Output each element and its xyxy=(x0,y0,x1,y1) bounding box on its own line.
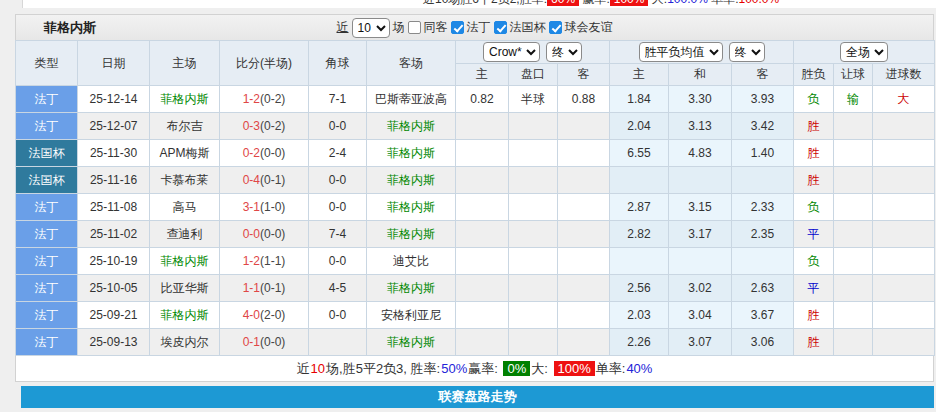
league-trend-bar: 联赛盘路走势 xyxy=(21,386,934,408)
match-date: 25-11-16 xyxy=(78,167,150,194)
full-time-score: 0-4 xyxy=(243,173,260,187)
table-row: 法丁25-12-07布尔吉0-3(0-2)0-0菲格内斯2.043.133.42… xyxy=(16,113,935,140)
league-checkbox[interactable] xyxy=(451,21,464,34)
avg-away-odds: 3.67 xyxy=(732,302,794,329)
full-time-score: 3-1 xyxy=(243,200,260,214)
let-ball-cell xyxy=(834,113,873,140)
stats-part2: 场,胜5平2负3, 胜率: xyxy=(326,360,440,378)
type-badge: 法丁 xyxy=(16,221,78,248)
match-score: 4-0(2-0) xyxy=(220,302,309,329)
subheader-avg-draw: 和 xyxy=(669,64,732,86)
avg-home-odds: 2.04 xyxy=(610,113,669,140)
crow-home-odds xyxy=(456,248,509,275)
avg-odds-select[interactable]: 胜平负均值 xyxy=(639,42,723,62)
crow-home-odds xyxy=(456,194,509,221)
stats-win-badge: 0% xyxy=(503,361,530,376)
full-time-score: 1-2 xyxy=(243,92,260,106)
avg-away-odds: 3.93 xyxy=(732,86,794,113)
table-row: 法丁25-09-21菲格内斯4-0(2-0)0-0安格利亚尼2.033.043.… xyxy=(16,302,935,329)
avg-away-odds: 2.63 xyxy=(732,275,794,302)
corner-score xyxy=(309,329,367,356)
corner-score: 4-5 xyxy=(309,275,367,302)
avg-away-odds xyxy=(732,248,794,275)
let-ball-cell xyxy=(834,275,873,302)
half-time-score: (2-0) xyxy=(260,308,285,322)
stats-games-count: 10 xyxy=(311,361,325,376)
same-away-checkbox[interactable] xyxy=(408,21,421,34)
half-time-score: (1-1) xyxy=(260,254,285,268)
crow-away-odds xyxy=(558,221,610,248)
col-header-score: 比分(半场) xyxy=(220,41,309,86)
avg-draw-odds: 4.83 xyxy=(669,140,732,167)
avg-draw-odds: 3.02 xyxy=(669,275,732,302)
crow-home-odds xyxy=(456,167,509,194)
avg-draw-odds: 3.13 xyxy=(669,113,732,140)
subheader-crow-away: 客 xyxy=(558,64,610,86)
corner-score: 7-1 xyxy=(309,86,367,113)
half-time-score: (1-0) xyxy=(260,200,285,214)
match-score: 0-2(0-0) xyxy=(220,140,309,167)
handicap-line xyxy=(509,167,558,194)
bookmaker-group-header: Crow* 终 xyxy=(456,41,610,64)
goals-cell: 大 xyxy=(873,86,935,113)
match-score: 1-2(0-2) xyxy=(220,86,309,113)
avg-draw-odds: 3.15 xyxy=(669,194,732,221)
half-time-score: (0-1) xyxy=(260,173,285,187)
stats-win-rate: 50% xyxy=(441,361,467,376)
result-cell: 胜 xyxy=(794,329,834,356)
league-label: 法丁 xyxy=(467,19,491,36)
let-ball-cell xyxy=(834,248,873,275)
home-team: 卡慕布莱 xyxy=(150,167,220,194)
away-team: 安格利亚尼 xyxy=(367,302,456,329)
away-team: 菲格内斯 xyxy=(367,194,456,221)
bookmaker-select[interactable]: Crow* xyxy=(483,42,540,62)
home-team: 比亚华斯 xyxy=(150,275,220,302)
match-score: 1-2(1-1) xyxy=(220,248,309,275)
half-time-score: (0-2) xyxy=(260,119,285,133)
table-row: 法丁25-12-14菲格内斯1-2(0-2)7-1巴斯蒂亚波高0.82半球0.8… xyxy=(16,86,935,113)
stats-part4: 大: xyxy=(531,360,548,378)
match-date: 25-12-14 xyxy=(78,86,150,113)
half-time-score: (0-0) xyxy=(260,335,285,349)
subheader-avg-away: 客 xyxy=(732,64,794,86)
goals-cell xyxy=(873,221,935,248)
summary-stats: 近10场,胜5平2负3, 胜率:50% 赢率: 0% 大: 100% 单率:40… xyxy=(15,356,934,382)
top-stats-mid1: 赢率: xyxy=(579,0,610,6)
same-away-label: 同客 xyxy=(424,19,448,36)
avg-home-odds: 1.84 xyxy=(610,86,669,113)
crow-home-odds xyxy=(456,221,509,248)
full-time-score: 1-1 xyxy=(243,281,260,295)
goals-cell xyxy=(873,194,935,221)
match-rows: 法丁25-12-14菲格内斯1-2(0-2)7-1巴斯蒂亚波高0.82半球0.8… xyxy=(16,86,935,356)
bookmaker-period-select[interactable]: 终 xyxy=(546,42,582,62)
crow-home-odds xyxy=(456,329,509,356)
friendly-label: 球会友谊 xyxy=(565,19,613,36)
goals-cell xyxy=(873,302,935,329)
col-header-date: 日期 xyxy=(78,41,150,86)
crow-home-odds xyxy=(456,140,509,167)
subheader-result: 胜负 xyxy=(794,64,834,86)
stats-part3: 赢率: xyxy=(468,360,498,378)
avg-odds-period-select[interactable]: 终 xyxy=(729,42,765,62)
col-header-away: 客场 xyxy=(367,41,456,86)
crow-away-odds xyxy=(558,302,610,329)
recent-link[interactable]: 近 xyxy=(337,19,349,36)
half-time-score: (0-1) xyxy=(260,281,285,295)
match-date: 25-11-08 xyxy=(78,194,150,221)
corner-score: 7-4 xyxy=(309,221,367,248)
away-team: 菲格内斯 xyxy=(367,275,456,302)
top-stats-badge1: 60% xyxy=(547,0,579,6)
away-team: 菲格内斯 xyxy=(367,140,456,167)
avg-away-odds: 3.06 xyxy=(732,329,794,356)
friendly-checkbox[interactable] xyxy=(549,21,562,34)
let-ball-cell xyxy=(834,140,873,167)
away-team: 菲格内斯 xyxy=(367,113,456,140)
scope-select[interactable]: 全场 xyxy=(840,42,888,62)
recent-count-select[interactable]: 10 xyxy=(352,18,390,38)
table-row: 法国杯25-11-16卡慕布莱0-4(0-1)0-0菲格内斯胜 xyxy=(16,167,935,194)
goals-cell xyxy=(873,113,935,140)
avg-home-odds: 2.56 xyxy=(610,275,669,302)
subheader-avg-home: 主 xyxy=(610,64,669,86)
avg-away-odds: 2.35 xyxy=(732,221,794,248)
cup-checkbox[interactable] xyxy=(494,21,507,34)
